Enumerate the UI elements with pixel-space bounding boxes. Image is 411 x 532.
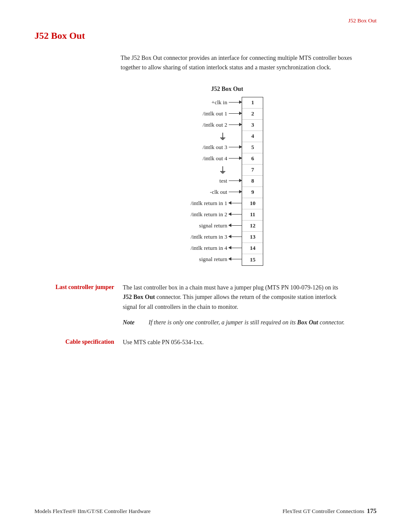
arrow-right-icon [229,102,242,103]
signal-row-8: test [219,175,242,187]
signal-row-14: /intlk return in 4 [191,243,242,254]
cable-spec-section: Cable specification Use MTS cable PN 056… [34,338,377,347]
ground-symbol-icon [218,132,227,140]
pin-12: 12 [242,221,263,232]
arrow-left-icon [229,203,242,203]
signal-row-12: signal return [199,220,242,231]
pin-2: 2 [242,109,263,120]
arrow-left-icon [229,225,242,226]
note-text: If there is only one controller, a jumpe… [149,318,345,327]
pin-11: 11 [242,209,263,221]
diagram-container: J52 Box Out +clk in /intlk out 1 [191,86,264,266]
arrow-right-icon [229,147,242,147]
ground-symbol-icon [218,165,227,174]
arrow-left-icon [229,248,242,248]
page: J52 Box Out J52 Box Out The J52 Box Out … [0,0,411,532]
footer-section: FlexTest GT Controller Connections [283,508,364,515]
signal-row-4 [218,131,242,142]
pin-5: 5 [242,142,263,153]
signal-row-7 [218,164,242,175]
footer: Models FlexTest® IIm/GT/SE Controller Ha… [34,507,377,515]
arrow-left-icon [229,236,242,237]
diagram-title: J52 Box Out [211,86,243,93]
signal-row-3: /intlk out 2 [202,119,242,131]
intro-text: The J52 Box Out connector provides an in… [121,53,353,73]
signal-row-5: /intlk out 3 [202,142,242,153]
pin-6: 6 [242,153,263,165]
pin-4: 4 [242,131,263,142]
arrow-left-icon [229,259,242,259]
pin-7: 7 [242,165,263,176]
page-title: J52 Box Out [34,30,377,41]
header-section-label: J52 Box Out [348,17,377,24]
cable-spec-content: Use MTS cable PN 056-534-1xx. [123,338,204,347]
pin-9: 9 [242,187,263,198]
footer-page-number: 175 [367,507,377,515]
connector-diagram-area: J52 Box Out +clk in /intlk out 1 [78,86,377,266]
cable-spec-label: Cable specification [34,338,114,345]
footer-left: Models FlexTest® IIm/GT/SE Controller Ha… [34,508,151,515]
signal-row-2: /intlk out 1 [202,108,242,119]
arrow-right-icon [229,124,242,125]
arrow-right-icon [229,192,242,192]
signal-row-6: /intlk out 4 [202,153,242,164]
pin-8: 8 [242,176,263,187]
pin-14: 14 [242,243,263,254]
signal-row-11: /intlk return in 2 [191,209,242,220]
signal-row-15: signal return [199,254,242,265]
pin-10: 10 [242,198,263,209]
arrow-left-icon [229,214,242,215]
pin-1: 1 [242,97,263,109]
last-controller-content: The last controller box in a chain must … [123,283,347,328]
pin-13: 13 [242,232,263,243]
arrow-right-icon [229,113,242,114]
signal-row-13: /intlk return in 3 [191,231,242,243]
pin-3: 3 [242,120,263,131]
arrow-right-icon [229,158,242,159]
pin-15: 15 [242,254,263,265]
connector-box: 1 2 3 4 5 6 7 8 9 10 11 12 13 14 15 [242,97,263,266]
signal-row-9: -clk out [210,187,242,198]
connector-diagram: +clk in /intlk out 1 /intlk out 2 [191,97,264,266]
signal-labels: +clk in /intlk out 1 /intlk out 2 [191,97,242,265]
note-row: Note If there is only one controller, a … [123,318,347,327]
note-label: Note [123,318,149,327]
signal-row-10: /intlk return in 1 [191,198,242,209]
last-controller-section: Last controller jumper The last controll… [34,283,377,328]
footer-right: FlexTest GT Controller Connections 175 [283,507,377,515]
arrow-right-icon [229,180,242,181]
last-controller-label: Last controller jumper [34,283,114,291]
signal-row-1: +clk in [212,97,242,108]
